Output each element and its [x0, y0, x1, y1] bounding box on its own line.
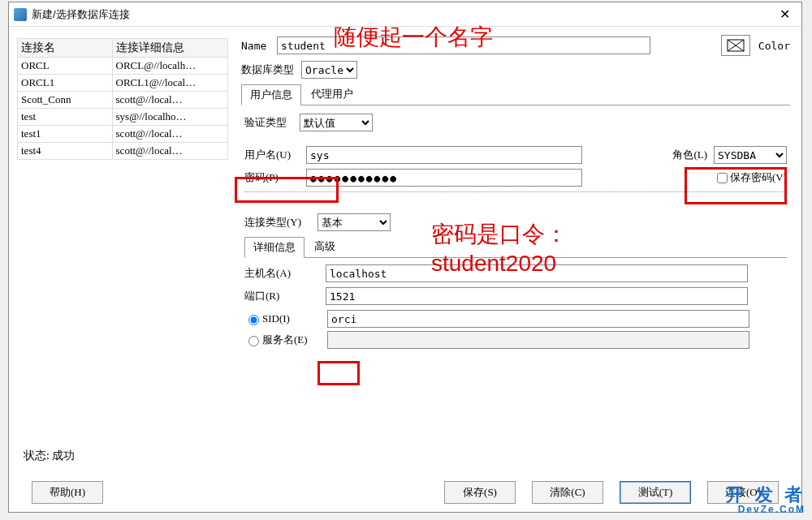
username-label: 用户名(U): [244, 148, 306, 162]
highlight-sid: [317, 361, 360, 385]
table-row[interactable]: testsys@//localho…: [18, 109, 228, 126]
role-select[interactable]: SYSDBA: [714, 146, 787, 164]
app-icon: [14, 8, 27, 21]
sid-input[interactable]: [327, 310, 749, 328]
username-input[interactable]: [306, 146, 582, 164]
watermark: 开 发 者 DevZe.CoM: [726, 485, 806, 515]
col-conn-name[interactable]: 连接名: [18, 39, 113, 58]
save-button[interactable]: 保存(S): [444, 481, 516, 504]
table-row[interactable]: test4scott@//local…: [18, 143, 228, 160]
role-label: 角色(L): [672, 148, 707, 162]
host-label: 主机名(A): [244, 266, 326, 281]
tab-advanced[interactable]: 高级: [306, 237, 343, 258]
col-conn-detail[interactable]: 连接详细信息: [112, 39, 227, 58]
tab-user-info[interactable]: 用户信息: [241, 84, 301, 105]
color-button[interactable]: [721, 35, 750, 56]
clear-button[interactable]: 清除(C): [532, 481, 603, 504]
password-input[interactable]: [306, 169, 582, 187]
dbtype-select[interactable]: Oracle: [301, 61, 357, 79]
help-button[interactable]: 帮助(H): [32, 481, 103, 504]
table-row[interactable]: test1scott@//local…: [18, 126, 228, 143]
tab-detail[interactable]: 详细信息: [244, 237, 304, 258]
window-title: 新建/选择数据库连接: [32, 7, 772, 22]
port-label: 端口(R): [244, 289, 326, 303]
auth-type-select[interactable]: 默认值: [300, 114, 373, 131]
table-row[interactable]: ORCLORCL@//localh…: [18, 58, 228, 75]
annotation-name-hint: 随便起一个名字: [334, 22, 493, 53]
password-label: 密码(P): [244, 170, 306, 185]
sid-radio[interactable]: [248, 315, 259, 325]
auth-type-label: 验证类型: [244, 115, 300, 130]
name-label: Name: [241, 40, 277, 52]
service-label: 服务名(E): [262, 333, 327, 347]
close-icon[interactable]: ✕: [772, 6, 797, 22]
port-input[interactable]: [326, 287, 748, 305]
service-radio[interactable]: [248, 336, 259, 346]
table-row[interactable]: ORCL1ORCL1@//local…: [18, 75, 228, 92]
conntype-select[interactable]: 基本: [317, 213, 391, 231]
connection-table[interactable]: 连接名 连接详细信息 ORCLORCL@//localh… ORCL1ORCL1…: [17, 38, 228, 160]
tab-proxy-user[interactable]: 代理用户: [303, 84, 361, 105]
table-row[interactable]: Scott_Connscott@//local…: [18, 92, 228, 109]
sid-label: SID(I): [262, 312, 327, 325]
test-button[interactable]: 测试(T): [620, 481, 691, 504]
conntype-label: 连接类型(Y): [244, 215, 317, 230]
save-password-checkbox[interactable]: 保存密码(V): [714, 170, 787, 186]
service-input: [327, 331, 749, 349]
color-label: Color: [758, 40, 790, 52]
status-text: 状态: 成功: [24, 449, 75, 463]
color-swatch-icon: [727, 39, 745, 52]
dbtype-label: 数据库类型: [241, 62, 301, 77]
annotation-password-hint: 密码是口令： student2020: [431, 220, 568, 279]
